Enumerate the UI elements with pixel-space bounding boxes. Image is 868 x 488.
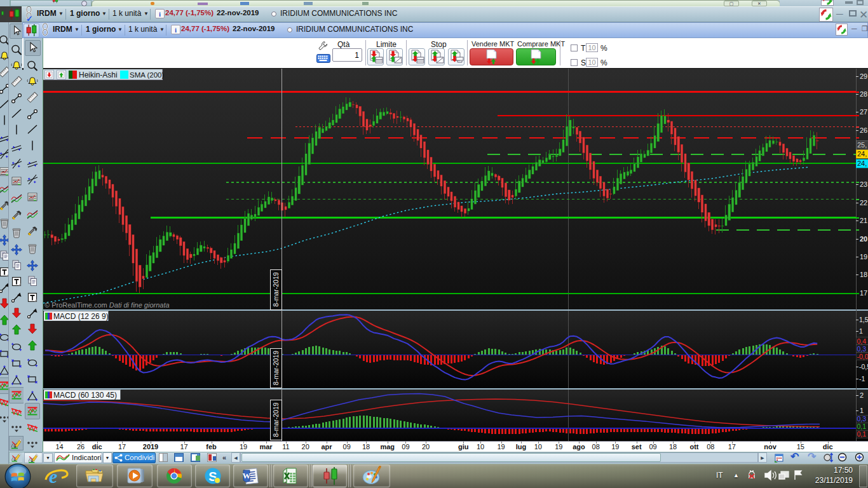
svg-text:18: 18 [860, 271, 867, 278]
svg-text:23: 23 [860, 180, 867, 188]
svg-text:21: 21 [860, 217, 867, 224]
svg-text:-1: -1 [859, 375, 865, 383]
svg-text:8-mar-2019: 8-mar-2019 [272, 402, 280, 437]
svg-text:e: e [49, 466, 57, 487]
svg-text:28: 28 [860, 90, 867, 98]
svg-text:22: 22 [860, 199, 867, 207]
svg-text:24,: 24, [857, 150, 867, 158]
svg-text:0,1: 0,1 [857, 423, 867, 430]
svg-text:0,4: 0,4 [857, 337, 867, 345]
svg-text:8-mar-2019: 8-mar-2019 [272, 272, 280, 306]
svg-text:26: 26 [860, 126, 867, 134]
svg-text:MACD (60 130 45): MACD (60 130 45) [53, 391, 117, 400]
svg-text:29: 29 [860, 72, 867, 80]
svg-text:2: 2 [860, 391, 864, 399]
svg-text:25,: 25, [857, 141, 867, 149]
svg-text:19: 19 [860, 253, 867, 261]
svg-text:1,5: 1,5 [859, 316, 868, 323]
svg-text:8-mar-2019: 8-mar-2019 [272, 351, 280, 385]
svg-text:0,3: 0,3 [857, 345, 867, 353]
svg-text:20: 20 [860, 235, 867, 243]
svg-text:0,3: 0,3 [857, 415, 867, 423]
svg-text:MACD (12 26 9): MACD (12 26 9) [53, 312, 109, 321]
svg-text:24,: 24, [857, 159, 867, 167]
svg-text:1: 1 [860, 407, 864, 414]
svg-text:17: 17 [860, 289, 867, 297]
svg-text:-0,5: -0,5 [859, 363, 868, 370]
svg-text:27: 27 [860, 108, 867, 116]
svg-text:© ProRealTime.com Dati di fine: © ProRealTime.com Dati di fine giornata [44, 301, 170, 309]
svg-text:1: 1 [859, 327, 863, 335]
svg-text:0,1: 0,1 [857, 430, 867, 438]
svg-text:-0,0: -0,0 [857, 353, 868, 360]
svg-text:W: W [243, 471, 251, 480]
